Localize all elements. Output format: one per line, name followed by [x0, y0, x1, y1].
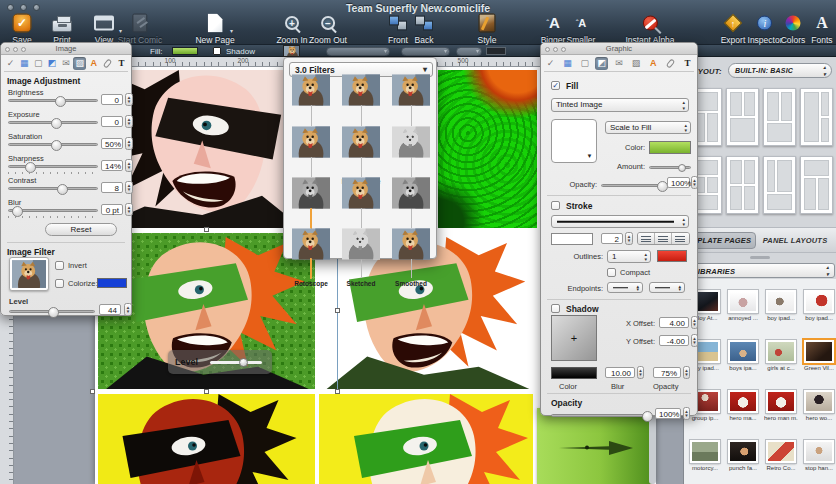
endpoint-end-select[interactable] [649, 282, 685, 293]
canvas-scrollbar[interactable] [649, 415, 656, 484]
shadow-checkbox[interactable] [213, 47, 221, 55]
library-item[interactable]: girls at c... [764, 340, 798, 371]
shadow-checkbox[interactable] [551, 304, 560, 313]
library-item[interactable]: boy ipad... [764, 290, 798, 321]
opacity-section-value[interactable]: 100% [655, 408, 681, 419]
exposure-value[interactable]: 0 [101, 116, 123, 127]
libraries-select[interactable]: LIBRARIES [686, 263, 835, 278]
toolbar-button-save[interactable]: ✓Save [5, 12, 39, 45]
exposure-stepper[interactable]: ▲▼ [125, 115, 133, 128]
layout-grid-tab-icon[interactable]: ▦ [561, 57, 574, 70]
invert-checkbox[interactable] [55, 261, 64, 270]
blur-slider[interactable] [8, 209, 98, 212]
balloon-tab-icon[interactable]: ✉ [613, 57, 626, 70]
contrast-value[interactable]: 8 [101, 182, 123, 193]
level-hud-slider[interactable] [210, 361, 262, 364]
fill-amount-slider[interactable] [649, 166, 691, 169]
panel-resize-nub[interactable] [750, 256, 770, 259]
toolbar-button-back[interactable]: Back [407, 12, 441, 45]
template-page-thumb[interactable] [763, 88, 796, 146]
toolbar-button-style[interactable]: Style [470, 12, 504, 45]
balloon-tab-icon[interactable]: ✉ [60, 57, 73, 70]
saturation-stepper[interactable]: ▲▼ [125, 137, 133, 150]
shadow-color-well[interactable] [551, 367, 597, 379]
level-value[interactable]: 44 [99, 304, 121, 315]
template-page-thumb[interactable] [763, 156, 796, 214]
colorize-color-well[interactable] [97, 278, 127, 288]
pencil-tab-icon[interactable]: ✓ [544, 57, 557, 70]
shadow-opacity-value[interactable]: 75% [653, 367, 681, 378]
brightness-slider[interactable] [8, 99, 98, 102]
image-tab-icon[interactable]: ▨ [73, 57, 86, 70]
toolbar-button-zoom-out[interactable]: −Zoom Out [309, 12, 347, 45]
library-item[interactable]: punch fa... [726, 440, 760, 471]
fill-opacity-stepper[interactable]: ▲▼ [691, 176, 698, 189]
colorize-checkbox[interactable] [55, 279, 64, 288]
library-item[interactable]: boys ipa... [726, 340, 760, 371]
page-tab-icon[interactable]: ▢ [578, 57, 591, 70]
comic-panel-yellow-light[interactable] [319, 394, 533, 484]
layout-grid-tab-icon[interactable]: ▦ [18, 57, 31, 70]
library-item[interactable]: hero wo... [802, 390, 836, 421]
library-item[interactable]: hero ma... [726, 390, 760, 421]
comic-panel-yellow-dark[interactable] [98, 394, 315, 484]
palette-window-controls[interactable] [545, 47, 566, 52]
filter-preview-thumb[interactable] [9, 257, 49, 291]
lettering-tab-icon[interactable]: A [647, 57, 660, 70]
lettering-tab-icon[interactable]: A [87, 57, 100, 70]
toolbar-button-export[interactable]: ↑Export [716, 12, 750, 45]
library-item[interactable]: motorcy... [688, 440, 722, 471]
toolbar-button-new-page[interactable]: ▾New Page [195, 12, 234, 45]
selection-handle[interactable] [90, 389, 95, 394]
brightness-value[interactable]: 0 [101, 94, 123, 105]
fill-color-well[interactable] [172, 47, 198, 55]
toolbar-button-instant-alpha[interactable]: Instant Alpha [625, 12, 674, 45]
x-offset-stepper[interactable]: ▲▼ [691, 316, 698, 329]
shadow-direction-well[interactable]: + [551, 315, 597, 361]
selection-handle[interactable] [335, 389, 340, 394]
x-offset-value[interactable]: 4.00 [659, 317, 689, 328]
filter-option[interactable]: Sketched [336, 210, 386, 287]
template-page-thumb[interactable] [800, 88, 833, 146]
saturation-value[interactable]: 50% [101, 138, 123, 149]
stroke-checkbox[interactable] [551, 201, 560, 210]
page-tab-icon[interactable]: ▢ [32, 57, 45, 70]
library-item[interactable]: annoyed ... [726, 290, 760, 321]
fill-color-well[interactable] [649, 141, 691, 154]
outline-color-well[interactable] [657, 250, 687, 262]
shapes-tab-icon[interactable]: ◩ [46, 57, 59, 70]
endpoint-start-select[interactable] [607, 282, 643, 293]
exposure-slider[interactable] [8, 121, 98, 124]
library-item[interactable]: hero man m... [764, 390, 798, 421]
text-tab-icon[interactable]: T [681, 57, 694, 70]
toolbar-button-fonts[interactable]: AFonts [805, 12, 836, 45]
fill-type-select[interactable]: Tinted Image [551, 98, 689, 112]
sharpness-value[interactable]: 14% [101, 160, 123, 171]
fill-image-well[interactable]: ▼ [551, 119, 597, 163]
image-tab-icon[interactable]: ▨ [630, 57, 643, 70]
template-page-thumb[interactable] [726, 156, 759, 214]
library-item-selected[interactable]: Green Vil... [802, 340, 836, 371]
stroke-color-well[interactable] [551, 233, 593, 245]
arrow-element[interactable] [537, 408, 652, 484]
filter-preview-button[interactable] [283, 45, 300, 57]
level-stepper[interactable]: ▲▼ [124, 303, 132, 316]
opacity-section-stepper[interactable]: ▲▼ [683, 407, 690, 420]
level-slider[interactable] [9, 310, 95, 313]
paperclip-tab-icon[interactable] [101, 57, 114, 70]
well-menu-icon[interactable]: ▼ [585, 152, 594, 160]
y-offset-stepper[interactable]: ▲▼ [691, 334, 698, 347]
comic-panel-green-texture[interactable] [438, 70, 537, 228]
fill-opacity-slider[interactable] [601, 184, 663, 187]
tab-panel-layouts[interactable]: PANEL LAYOUTS [760, 236, 830, 245]
blur-stepper[interactable]: ▲▼ [125, 203, 133, 216]
y-offset-value[interactable]: -4.00 [659, 335, 689, 346]
contrast-stepper[interactable]: ▲▼ [125, 181, 133, 194]
opacity-slider[interactable] [551, 414, 649, 417]
format-color-well[interactable] [486, 47, 506, 55]
sharpness-slider[interactable] [8, 165, 98, 168]
stroke-alignment-segmented[interactable] [637, 232, 690, 245]
stroke-width-stepper[interactable]: ▲▼ [625, 232, 633, 245]
library-item[interactable]: stop han... [802, 440, 836, 471]
blur-value[interactable]: 0 pt [101, 204, 123, 215]
